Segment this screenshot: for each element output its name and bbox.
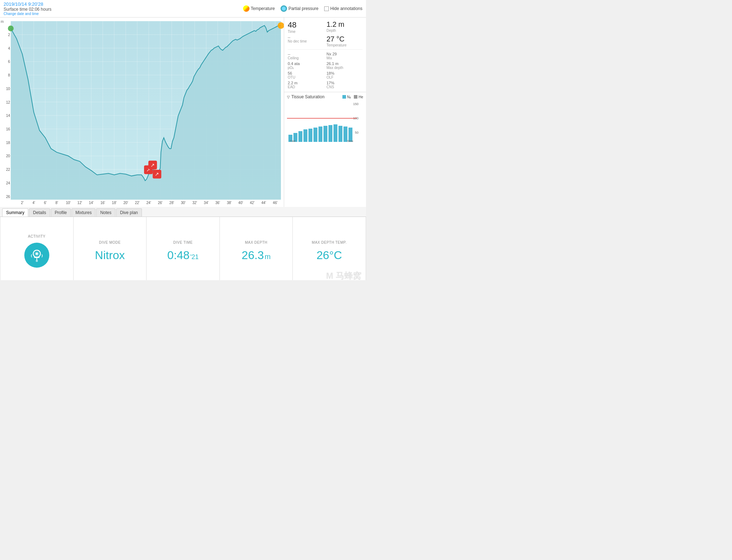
max-depth-temp-label: MAX DEPTH TEMP.	[312, 241, 347, 244]
legend-pp-label: Partial pressure	[288, 6, 318, 11]
svg-text:2': 2'	[21, 201, 24, 205]
tissue-chevron: ▽	[287, 95, 290, 99]
chart-area: m	[0, 18, 284, 207]
svg-text:6': 6'	[44, 201, 47, 205]
svg-rect-92	[313, 128, 317, 142]
depth-value: 1.2 m	[327, 20, 363, 29]
dive-time-label: DIVE TIME	[173, 241, 193, 244]
stats-panel: 48 Time 1.2 m Depth -- No dec time 27 °C…	[284, 18, 366, 92]
y-axis-label: m	[1, 20, 4, 24]
dive-activity-icon	[24, 243, 49, 268]
stat-nodec: -- No dec time	[288, 35, 324, 47]
svg-text:20: 20	[6, 154, 10, 158]
svg-rect-97	[338, 126, 342, 142]
stat-mix: Nx 29 Mix	[327, 52, 363, 60]
stat-po2: 0.4 ata pO₂	[288, 61, 324, 70]
cell-dive-time: DIVE TIME 0:48 '21	[147, 217, 220, 280]
svg-text:8': 8'	[55, 201, 58, 205]
cns-value: 17%	[327, 81, 363, 85]
svg-text:Fast: Fast	[290, 139, 296, 143]
svg-text:46': 46'	[273, 201, 277, 205]
dive-time-sec: '21	[190, 253, 198, 261]
time-value: 48	[288, 20, 324, 30]
summary-section: ACTIVITY DIVE MODE Nitrox DIVE TIME 0:48…	[0, 217, 366, 280]
annotations-checkbox[interactable]	[324, 6, 329, 11]
tab-notes[interactable]: Notes	[96, 208, 115, 217]
svg-rect-105	[34, 257, 40, 258]
max-depth-unit: m	[264, 253, 271, 261]
svg-rect-95	[328, 125, 332, 142]
svg-text:4': 4'	[33, 201, 35, 205]
tab-profile[interactable]: Profile	[51, 208, 71, 217]
svg-text:32': 32'	[192, 201, 197, 205]
stat-depth: 1.2 m Depth	[327, 20, 363, 34]
svg-text:16: 16	[6, 127, 10, 131]
main-area: m	[0, 18, 366, 207]
dive-time-value: 0:48	[167, 249, 189, 262]
temp-value: 27 °C	[327, 35, 363, 43]
cell-max-depth: MAX DEPTH 26.3 m	[220, 217, 293, 280]
watermark: M 马蜂窝	[326, 270, 361, 280]
toolbar: 2019/10/14 9:20'28 Surface time 02:06 ho…	[0, 0, 366, 18]
dive-mode-label: DIVE MODE	[99, 241, 121, 244]
svg-text:38': 38'	[227, 201, 232, 205]
legend-temp-label: Temperature	[251, 6, 275, 11]
tissue-chart: 150 100 50	[287, 101, 363, 145]
svg-text:30': 30'	[181, 201, 186, 205]
svg-rect-89	[298, 131, 302, 142]
tab-diveplan[interactable]: Dive plan	[116, 208, 142, 217]
svg-rect-90	[303, 129, 307, 142]
svg-text:14': 14'	[89, 201, 94, 205]
svg-rect-91	[308, 129, 312, 142]
svg-text:42': 42'	[250, 201, 254, 205]
pp-icon	[281, 5, 287, 12]
legend-annotations-label: Hide annotations	[330, 6, 362, 11]
he-label: He	[358, 95, 363, 99]
svg-text:26': 26'	[158, 201, 163, 205]
svg-text:Slow: Slow	[347, 139, 353, 143]
po2-value: 0.4 ata	[288, 61, 324, 66]
temperature-icon	[243, 5, 249, 12]
he-legend-dot	[354, 95, 357, 99]
depth-label: Depth	[327, 29, 363, 33]
ead-value: 2.2 m	[288, 81, 324, 85]
stat-otu: 56 OTU	[288, 71, 324, 79]
tab-details[interactable]: Details	[29, 208, 50, 217]
stat-ceiling: -- Ceiling	[288, 52, 324, 60]
nodec-label: No dec time	[288, 39, 324, 43]
svg-rect-96	[333, 124, 337, 142]
svg-text:16': 16'	[100, 201, 105, 205]
max-depth-value: 26.3	[242, 249, 264, 262]
svg-text:↗: ↗	[155, 171, 159, 177]
stat-maxdepth: 26.1 m Max depth	[327, 61, 363, 70]
svg-rect-94	[323, 126, 327, 142]
ead-label: EAD	[288, 85, 324, 89]
legend-annotations[interactable]: Hide annotations	[324, 6, 362, 11]
stat-time: 48 Time	[288, 20, 324, 34]
cns-label: CNS	[327, 85, 363, 89]
svg-text:44': 44'	[261, 201, 266, 205]
svg-text:↗: ↗	[150, 162, 155, 168]
svg-rect-93	[318, 127, 322, 142]
svg-text:14: 14	[6, 114, 10, 118]
svg-text:· · · · · · · · · ·: · · · · · · · · · ·	[130, 205, 149, 207]
svg-point-104	[36, 253, 38, 255]
cell-max-depth-temp: MAX DEPTH TEMP. 26°C M 马蜂窝	[293, 217, 366, 280]
tissue-header: ▽ Tissue Saturation N₂ He	[287, 94, 363, 99]
tab-summary[interactable]: Summary	[2, 208, 28, 217]
n2-label: N₂	[347, 95, 351, 99]
legend-partial-pressure: Partial pressure	[281, 5, 318, 12]
tab-mixtures[interactable]: Mixtures	[71, 208, 95, 217]
tissue-title: Tissue Saturation	[291, 94, 325, 99]
svg-text:40': 40'	[238, 201, 243, 205]
tissue-legend: N₂ He	[342, 95, 363, 99]
mix-label: Mix	[327, 56, 363, 60]
ceiling-value: --	[288, 52, 324, 56]
olf-label: OLF	[327, 75, 363, 79]
svg-text:24': 24'	[147, 201, 151, 205]
activity-label: ACTIVITY	[28, 234, 45, 238]
otu-value: 56	[288, 71, 324, 75]
change-date-link[interactable]: Change date and time	[4, 12, 51, 16]
temp-label: Temperature	[327, 43, 363, 47]
svg-text:10': 10'	[66, 201, 70, 205]
